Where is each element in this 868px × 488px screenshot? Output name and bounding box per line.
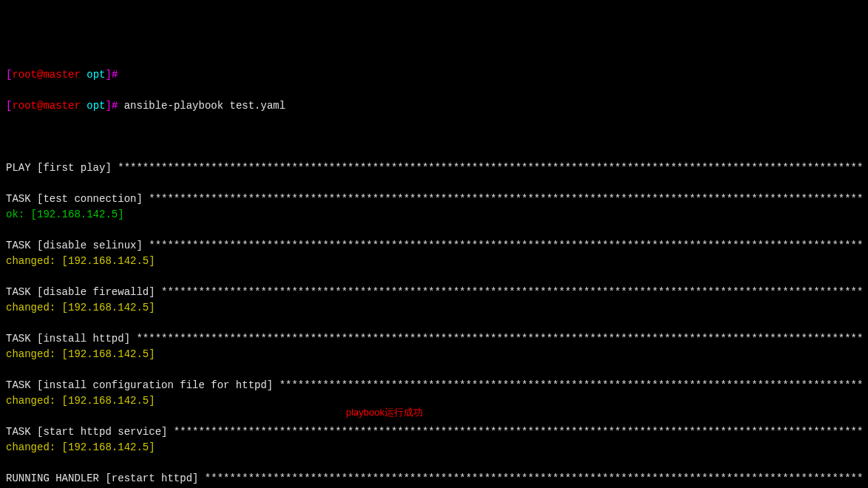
task-header: TASK [install configuration file for htt… xyxy=(6,378,862,393)
annotation-label: playbook运行成功 xyxy=(346,405,423,420)
task-result: changed: [192.168.142.5] xyxy=(6,300,862,316)
task-result: changed: [192.168.142.5] xyxy=(6,393,862,409)
prompt-hash: # xyxy=(112,69,118,81)
prompt-user: root xyxy=(12,100,37,112)
task-result: changed: [192.168.142.5] xyxy=(6,440,862,455)
prompt-user: root xyxy=(12,69,37,81)
prompt-host: master xyxy=(43,69,80,81)
task-header: TASK [start httpd service] *************… xyxy=(6,424,862,440)
task-result: ok: [192.168.142.5] xyxy=(6,207,862,223)
command-line[interactable]: [root@master opt]# ansible-playbook test… xyxy=(6,98,862,114)
task-header: TASK [disable firewalld] ***************… xyxy=(6,285,862,300)
task-header: TASK [disable selinux] *****************… xyxy=(6,238,862,254)
prompt-bracket: ] xyxy=(105,69,111,81)
truncated-prompt-line: [root@master opt]# xyxy=(6,67,862,83)
task-header: PLAY [first play] **********************… xyxy=(6,160,862,176)
task-result: changed: [192.168.142.5] xyxy=(6,254,862,269)
task-result: changed: [192.168.142.5] xyxy=(6,347,862,362)
task-header: TASK [install httpd] *******************… xyxy=(6,331,862,347)
task-header: RUNNING HANDLER [restart httpd] ********… xyxy=(6,471,862,487)
prompt-host: master xyxy=(43,100,80,112)
prompt-path: opt xyxy=(87,69,105,81)
command-text: ansible-playbook test.yaml xyxy=(124,100,285,112)
prompt-path: opt xyxy=(87,100,105,112)
prompt-bracket: ] xyxy=(105,100,111,112)
terminal-output: [root@master opt]# [root@master opt]# an… xyxy=(0,62,868,488)
task-header: TASK [test connection] *****************… xyxy=(6,192,862,207)
